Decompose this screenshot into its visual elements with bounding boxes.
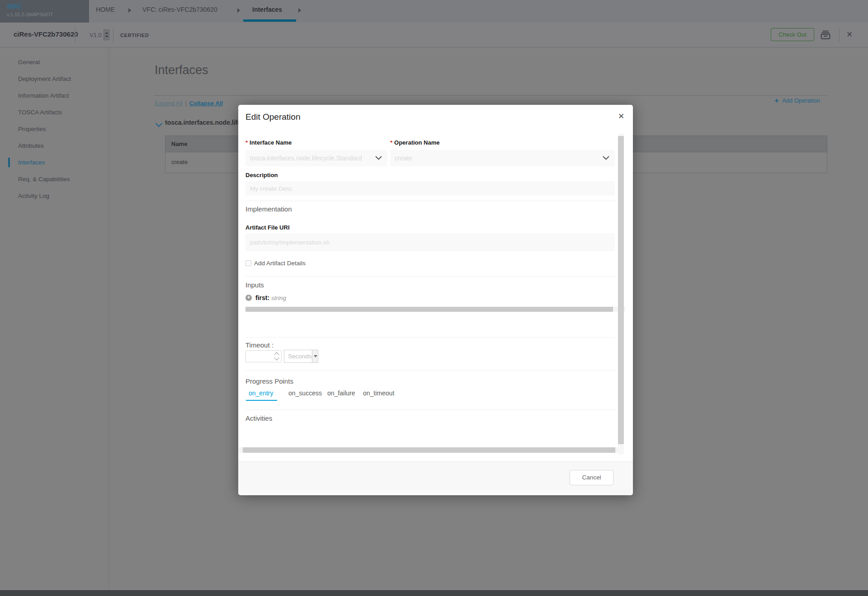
progress-points-heading: Progress Points <box>245 377 293 385</box>
stepper-up-icon[interactable] <box>105 32 108 34</box>
artifact-file-uri-label: Artifact File URI <box>245 224 290 231</box>
scrollbar-thumb[interactable] <box>243 447 615 453</box>
sidebar-item-deployment-artifact[interactable]: Deployment Artifact <box>0 70 108 87</box>
archive-icon[interactable] <box>819 28 832 41</box>
description-input[interactable] <box>245 181 615 196</box>
section-divider <box>245 276 615 277</box>
tab-on-success[interactable]: on_success <box>288 390 322 397</box>
section-divider <box>245 371 615 371</box>
tab-on-entry[interactable]: on_entry <box>249 390 273 397</box>
sidebar-item-activity-log[interactable]: Activity Log <box>0 188 108 204</box>
number-stepper[interactable] <box>274 351 280 362</box>
version-stepper[interactable] <box>104 29 109 40</box>
sdc-logo-block[interactable]: SDC v.1.16.2-SNAPSHOT <box>0 0 89 23</box>
links-divider: | <box>182 100 189 107</box>
modal-close-icon[interactable]: ✕ <box>618 112 624 121</box>
sidebar-item-properties[interactable]: Properties <box>0 121 108 137</box>
timeout-value-box <box>245 350 282 362</box>
section-divider <box>245 201 615 201</box>
input-param-name: first: <box>255 294 269 301</box>
inputs-heading: Inputs <box>245 281 264 289</box>
active-indicator <box>8 158 10 167</box>
tab-on-failure[interactable]: on_failure <box>327 390 355 397</box>
component-title: ciRes-VFC2b730620 <box>14 30 78 38</box>
scrollbar-thumb[interactable] <box>618 136 624 444</box>
caret-down-icon <box>314 355 317 357</box>
page-footer-bar <box>0 590 868 596</box>
stepper-down-icon[interactable] <box>274 355 279 360</box>
plus-icon: + <box>774 96 779 105</box>
add-artifact-details-label: Add Artifact Details <box>254 260 306 267</box>
interface-name-select[interactable]: tosca.interfaces.node.lifecycle.Standard <box>245 150 387 166</box>
add-operation-link[interactable]: +Add Operation <box>774 96 820 105</box>
breadcrumb-interfaces[interactable]: Interfaces <box>252 6 282 13</box>
implementation-heading: Implementation <box>245 205 292 213</box>
separator <box>113 27 113 42</box>
expand-all-link[interactable]: Expand All <box>155 100 182 107</box>
sidebar-item-interfaces[interactable]: Interfaces <box>0 154 108 171</box>
separator <box>75 27 75 42</box>
dropdown-button[interactable] <box>312 350 318 362</box>
breadcrumb-separator-icon <box>128 8 131 13</box>
sidebar-item-tosca-artifacts[interactable]: TOSCA Artifacts <box>0 104 108 121</box>
active-tab-underline <box>246 400 277 401</box>
sdc-app: SDC v.1.16.2-SNAPSHOT HOME VFC: ciRes-VF… <box>0 0 868 596</box>
sidebar-item-general[interactable]: General <box>0 54 108 70</box>
expand-collapse-links: Expand All|Collapse All <box>155 100 223 107</box>
breadcrumb-home[interactable]: HOME <box>96 6 115 13</box>
interface-name-label: *Interface Name <box>245 139 292 146</box>
modal-vertical-scrollbar[interactable] <box>618 134 624 455</box>
version-value: V1.0 <box>90 32 102 38</box>
breadcrumb-vfc[interactable]: VFC: ciRes-VFC2b730620 <box>142 6 217 13</box>
column-header-name: Name <box>171 141 187 147</box>
add-artifact-details-checkbox[interactable] <box>245 260 251 266</box>
sidebar-item-information-artifact[interactable]: Information Artifact <box>0 87 108 104</box>
timeout-label: Timeout : <box>245 341 274 349</box>
modal-title: Edit Operation <box>245 112 300 122</box>
check-out-button[interactable]: Check Out <box>771 28 814 41</box>
status-badge: CERTIFIED <box>120 33 149 38</box>
input-param-type: string <box>271 295 286 301</box>
section-divider <box>245 409 615 410</box>
modal-footer: Cancel <box>238 461 633 495</box>
chevron-down-icon <box>375 156 382 160</box>
edit-operation-modal: Edit Operation ✕ *Interface Name *Operat… <box>238 105 633 495</box>
cancel-button[interactable]: Cancel <box>570 470 613 485</box>
active-breadcrumb-underline <box>243 19 296 22</box>
timeout-input[interactable] <box>246 351 278 362</box>
tab-on-timeout[interactable]: on_timeout <box>363 390 394 397</box>
activities-heading: Activities <box>245 414 272 422</box>
breadcrumb-separator-icon <box>237 8 240 13</box>
operation-name-cell: create <box>171 159 188 165</box>
top-nav: SDC v.1.16.2-SNAPSHOT HOME VFC: ciRes-VF… <box>0 0 868 23</box>
sdc-logo[interactable]: SDC <box>7 2 22 10</box>
required-asterisk: * <box>390 139 392 146</box>
close-component-icon[interactable]: ✕ <box>846 30 853 39</box>
sidebar-menu: General Deployment Artifact Information … <box>0 54 108 204</box>
timeout-unit-select[interactable]: Seconds <box>284 350 318 363</box>
chevron-down-icon[interactable] <box>156 120 163 127</box>
sidebar-item-req-capabilities[interactable]: Req. & Capabilities <box>0 171 108 188</box>
chevron-down-icon <box>603 156 609 160</box>
stepper-down-icon[interactable] <box>105 36 108 38</box>
operation-name-select[interactable]: create <box>390 150 615 166</box>
section-divider <box>245 337 615 338</box>
modal-horizontal-scrollbar[interactable] <box>239 447 621 453</box>
artifact-file-uri-input[interactable] <box>245 233 615 251</box>
inputs-horizontal-scrollbar[interactable] <box>245 307 625 312</box>
page-title: Interfaces <box>155 63 208 77</box>
sidebar-item-attributes[interactable]: Attributes <box>0 137 108 154</box>
scrollbar-thumb[interactable] <box>245 307 613 312</box>
operation-name-label: *Operation Name <box>390 139 439 146</box>
separator <box>839 28 840 42</box>
component-header-bar: ciRes-VFC2b730620 V1.0 CERTIFIED Check O… <box>0 23 868 47</box>
collapse-all-link[interactable]: Collapse All <box>189 100 223 107</box>
required-asterisk: * <box>245 139 248 146</box>
sidebar: General Deployment Artifact Information … <box>0 47 109 590</box>
content-divider <box>154 95 827 96</box>
description-label: Description <box>245 172 278 178</box>
expand-input-icon[interactable] <box>245 295 252 301</box>
breadcrumb-separator-icon <box>298 8 301 13</box>
sdc-version-label: v.1.16.2-SNAPSHOT <box>7 12 53 17</box>
